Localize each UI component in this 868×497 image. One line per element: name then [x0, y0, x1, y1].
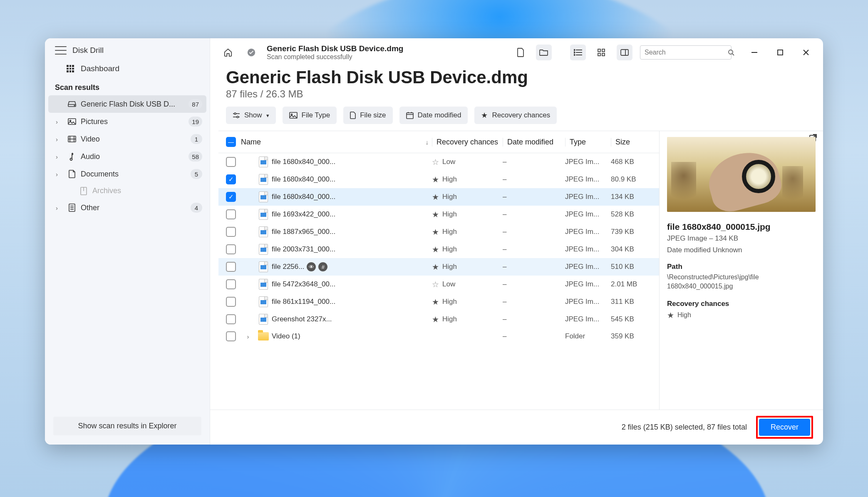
column-header-date[interactable]: Date modified [503, 138, 565, 147]
svg-rect-22 [602, 49, 605, 52]
hamburger-menu-icon[interactable] [55, 46, 67, 55]
table-row[interactable]: file 1680x840_000... ☆Low – JPEG Im... 4… [218, 153, 659, 171]
row-checkbox[interactable] [226, 314, 236, 324]
column-header-size[interactable]: Size [611, 138, 657, 147]
home-icon[interactable] [220, 45, 236, 60]
minimize-button[interactable] [747, 45, 761, 60]
svg-rect-29 [751, 52, 757, 53]
filter-file-type[interactable]: File Type [283, 107, 337, 124]
row-checkbox[interactable] [226, 297, 236, 307]
row-checkbox[interactable] [226, 262, 236, 272]
row-size: 510 KB [611, 263, 657, 271]
table-row[interactable]: file 1693x422_000... ★High – JPEG Im... … [218, 206, 659, 223]
row-date: – [503, 263, 565, 271]
video-icon [67, 136, 77, 142]
row-filename: file 861x1194_000... [272, 298, 432, 306]
sliders-icon [233, 112, 240, 118]
list-view-icon[interactable] [570, 45, 586, 60]
filter-file-size[interactable]: File size [343, 107, 392, 124]
table-row[interactable]: Greenshot 2327x... ★High – JPEG Im... 54… [218, 311, 659, 328]
row-checkbox[interactable]: ✓ [226, 192, 236, 202]
filter-date-modified[interactable]: Date modified [399, 107, 468, 124]
page-title: Generic Flash Disk USB Device.dmg [218, 64, 823, 87]
row-checkbox[interactable] [226, 279, 236, 289]
row-type: JPEG Im... [565, 315, 611, 323]
table-row[interactable]: file 5472x3648_00... ☆Low – JPEG Im... 2… [218, 276, 659, 293]
file-icon [259, 296, 268, 307]
hash-icon[interactable]: # [318, 262, 327, 271]
table-row[interactable]: › Video (1) – Folder 359 KB [218, 328, 659, 345]
column-header-recovery[interactable]: Recovery chances [432, 138, 503, 147]
row-recovery: ★High [432, 297, 503, 307]
row-checkbox[interactable] [226, 244, 236, 254]
file-icon [259, 244, 268, 255]
table-row[interactable]: ✓ file 1680x840_000... ★High – JPEG Im..… [218, 171, 659, 188]
folder-view-icon[interactable] [536, 45, 552, 60]
recover-button-highlight: Recover [756, 416, 813, 439]
table-row[interactable]: ✓ file 1680x840_000... ★High – JPEG Im..… [218, 188, 659, 206]
row-filename: file 1680x840_000... [272, 193, 432, 201]
row-size: 80.9 KB [611, 175, 657, 184]
table-row[interactable]: file 2256...👁# ★High – JPEG Im... 510 KB [218, 258, 659, 276]
file-view-icon[interactable] [513, 45, 528, 60]
svg-rect-25 [621, 50, 628, 55]
sidebar-tree: Generic Flash Disk USB D... 87› Pictures… [45, 95, 210, 216]
row-recovery: ★High [432, 262, 503, 272]
sidebar-item-audio[interactable]: › Audio 58 [48, 148, 206, 165]
select-all-checkbox[interactable]: — [221, 137, 241, 147]
close-button[interactable] [799, 45, 813, 60]
show-in-explorer-button[interactable]: Show scan results in Explorer [53, 417, 201, 435]
chevron-right-icon: › [56, 136, 63, 143]
filter-show[interactable]: Show▾ [226, 107, 276, 124]
filter-label: Date modified [418, 111, 461, 119]
svg-point-27 [729, 50, 733, 54]
selection-status: 2 files (215 KB) selected, 87 files tota… [622, 423, 747, 432]
file-icon [259, 279, 268, 290]
dashboard-icon [67, 65, 74, 72]
row-checkbox[interactable] [226, 157, 236, 167]
row-date: – [503, 158, 565, 166]
picture-icon [289, 112, 298, 119]
row-size: 739 KB [611, 228, 657, 236]
column-header-name[interactable]: Name↓ [241, 138, 432, 147]
sidebar-item-documents[interactable]: › Documents 5 [48, 165, 206, 183]
svg-rect-24 [602, 53, 605, 56]
recover-button[interactable]: Recover [759, 419, 810, 436]
filter-recovery-chances[interactable]: ★Recovery chances [474, 107, 557, 124]
eye-icon[interactable]: 👁 [307, 262, 316, 271]
row-size: 528 KB [611, 210, 657, 219]
sidebar-item-video[interactable]: › Video 1 [48, 130, 206, 148]
row-checkbox[interactable] [226, 331, 236, 341]
row-type: JPEG Im... [565, 280, 611, 288]
row-checkbox[interactable] [226, 227, 236, 237]
row-size: 359 KB [611, 332, 657, 340]
column-header-type[interactable]: Type [565, 138, 611, 147]
file-icon [259, 261, 268, 272]
sidebar-item-archives[interactable]: Archives [48, 183, 206, 199]
sidebar-item-label: Video [81, 135, 186, 144]
panel-view-icon[interactable] [617, 45, 632, 60]
expand-icon[interactable]: › [241, 333, 255, 340]
row-size: 311 KB [611, 298, 657, 306]
sidebar-item-label: Documents [81, 170, 186, 179]
search-box[interactable] [640, 45, 732, 60]
search-input[interactable] [645, 49, 728, 56]
grid-view-icon[interactable] [593, 45, 609, 60]
table-row[interactable]: file 861x1194_000... ★High – JPEG Im... … [218, 293, 659, 311]
table-row[interactable]: file 2003x731_000... ★High – JPEG Im... … [218, 241, 659, 258]
svg-line-28 [732, 54, 734, 55]
row-checkbox[interactable]: ✓ [226, 174, 236, 184]
sidebar-item-label: Audio [81, 152, 184, 161]
row-date: – [503, 175, 565, 184]
row-type: JPEG Im... [565, 298, 611, 306]
sidebar-item-other[interactable]: › Other 4 [48, 199, 206, 216]
row-checkbox[interactable] [226, 209, 236, 219]
sidebar-item-dashboard[interactable]: Dashboard [45, 57, 210, 78]
table-row[interactable]: file 1887x965_000... ★High – JPEG Im... … [218, 223, 659, 241]
maximize-button[interactable] [773, 45, 787, 60]
preview-pane: file 1680x840_000015.jpg JPEG Image – 13… [659, 131, 823, 410]
chevron-right-icon: › [56, 171, 63, 178]
sidebar-item-generic-flash-disk-usb-d-[interactable]: Generic Flash Disk USB D... 87 [48, 95, 206, 113]
row-filename: file 1693x422_000... [272, 210, 432, 219]
sidebar-item-pictures[interactable]: › Pictures 19 [48, 113, 206, 130]
